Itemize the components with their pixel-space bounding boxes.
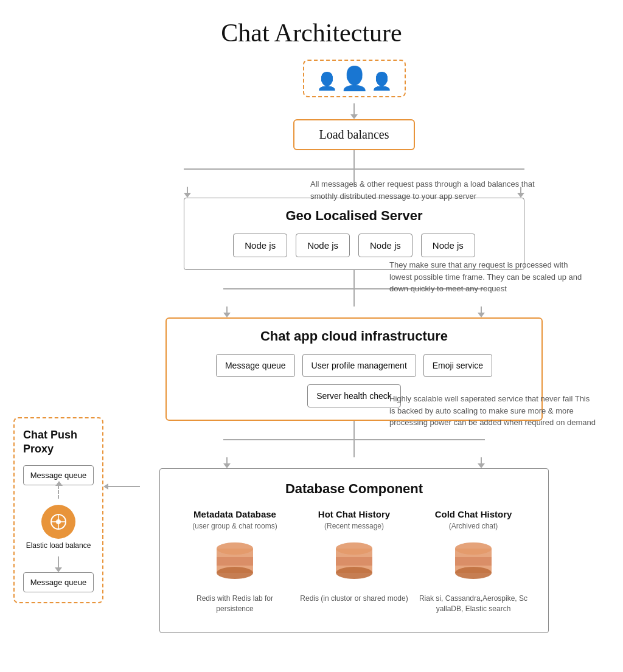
database-title: Database Component <box>178 481 530 497</box>
svg-point-7 <box>336 567 372 579</box>
users-group: 👤 👤 👤 <box>303 60 406 97</box>
geo-server-title: Geo Localised Server <box>197 208 512 224</box>
svg-point-13 <box>455 542 492 555</box>
user-icon-left: 👤 <box>316 73 338 90</box>
db-col-metadata: Metadata Database (user group & chat roo… <box>178 509 291 614</box>
node-box-3: Node js <box>358 234 412 257</box>
node-box-2: Node js <box>296 234 350 257</box>
db-col-cold: Cold Chat History (Archived chat) Riak s… <box>417 509 530 614</box>
page-title: Chat Architecture <box>0 0 623 60</box>
service-emoji: Emoji service <box>423 354 492 377</box>
lb-annotation: They make sure that any request is proce… <box>389 259 590 295</box>
svg-rect-9 <box>336 557 372 566</box>
cylinder-cold <box>449 538 498 586</box>
page-wrapper: Chat Architecture 👤 👤 👤 Load balanc <box>0 0 623 672</box>
proxy-message-queue-bottom: Message queue <box>23 572 94 592</box>
elastic-lb-icon: Elastic load balance <box>23 505 94 551</box>
svg-point-8 <box>336 542 372 555</box>
svg-rect-14 <box>455 557 492 566</box>
svg-rect-4 <box>217 557 253 566</box>
users-icon-wrapper: 👤 👤 👤 <box>303 60 406 97</box>
proxy-to-cloud-arrow <box>103 483 140 490</box>
geo-down-line <box>353 270 355 288</box>
cylinder-hot <box>330 538 378 586</box>
database-box: Database Component Metadata Database (us… <box>159 468 549 633</box>
lb-icon-svg <box>50 513 67 530</box>
elastic-lb-circle <box>41 505 75 539</box>
db-col-hot: Hot Chat History (Recent message) Redis … <box>298 509 411 614</box>
node-boxes: Node js Node js Node js Node js <box>197 234 512 257</box>
svg-point-3 <box>217 542 253 555</box>
service-message-queue: Message queue <box>216 354 295 377</box>
node-box-1: Node js <box>233 234 287 257</box>
lb-down-line <box>353 150 355 168</box>
svg-point-2 <box>217 567 253 579</box>
load-balances-box: Load balances <box>293 119 415 150</box>
db-columns: Metadata Database (user group & chat roo… <box>178 509 530 614</box>
push-proxy-title: Chat Push Proxy <box>23 428 94 457</box>
service-server-health: Server health check <box>307 384 401 407</box>
users-annotation: All messages & other request pass throug… <box>310 178 541 202</box>
user-icon-right: 👤 <box>371 73 392 90</box>
cloud-to-db-line <box>353 421 355 439</box>
push-proxy-box: Chat Push Proxy Message queue <box>13 417 103 603</box>
arrow-users-to-lb <box>353 103 355 114</box>
svg-point-12 <box>455 567 492 579</box>
service-user-profile: User profile management <box>302 354 416 377</box>
svg-point-18 <box>56 519 61 524</box>
cloud-annotation: Highly scalable well saperated service t… <box>389 393 596 429</box>
cloud-infra-title: Chat app cloud infrastructure <box>179 328 529 344</box>
elastic-lb-label: Elastic load balance <box>26 541 91 551</box>
cylinder-metadata <box>211 538 259 586</box>
node-box-4: Node js <box>421 234 475 257</box>
user-icon-center: 👤 <box>340 67 369 90</box>
arrowhead-to-lb <box>350 114 358 119</box>
